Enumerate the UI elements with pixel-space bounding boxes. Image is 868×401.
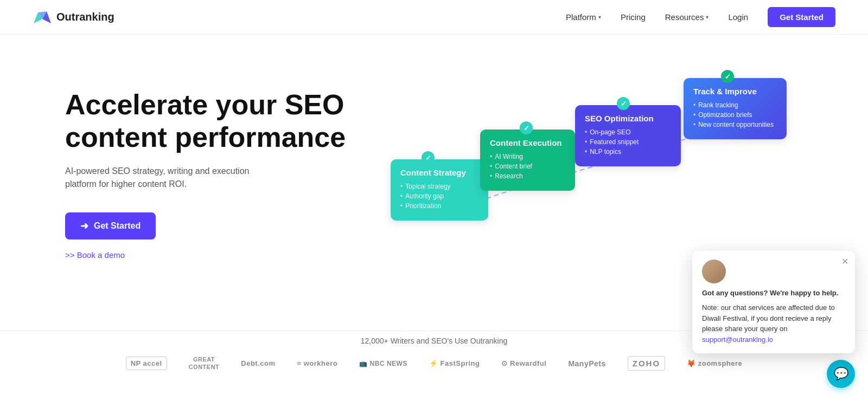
track-item-2: Optimization briefs [693, 111, 777, 119]
nav-login[interactable]: Login [728, 12, 748, 22]
execution-item-2: Content brief [490, 163, 565, 170]
card-track-title: Track & Improve [693, 87, 777, 96]
chat-icon: 💬 [834, 367, 848, 381]
check-2: ✓ [520, 121, 533, 134]
chat-note: Note: our chat services are affected due… [702, 302, 845, 345]
execution-item-3: Research [490, 172, 565, 180]
chat-close-button[interactable]: ✕ [841, 256, 848, 267]
chevron-down-icon: ▾ [706, 14, 709, 20]
chat-avatar [702, 260, 726, 283]
logo-rewardful: ⊙ Rewardful [501, 359, 546, 367]
arrow-icon: ➜ [80, 220, 88, 232]
card-strategy-title: Content Strategy [400, 168, 478, 177]
logo-workhero: ≡ workhero [297, 359, 338, 367]
card-content-strategy: Content Strategy Topical strategy Author… [391, 159, 488, 221]
nav-resources[interactable]: Resources ▾ [665, 12, 709, 22]
track-item-3: New content opportunities [693, 121, 777, 128]
card-content-execution: Content Execution AI Writing Content bri… [480, 130, 575, 191]
logo[interactable]: Outranking [33, 9, 114, 25]
hero-left: Accelerate your SEO content performance … [65, 78, 347, 260]
logo-np-accel: NP accel [126, 357, 167, 370]
strategy-item-2: Authority gap [400, 192, 478, 200]
logo-debt-com: Debt.com [241, 359, 275, 367]
card-seo-optimization: SEO Optimization On-page SEO Featured sn… [575, 105, 681, 166]
header: Outranking Platform ▾ Pricing Resources … [0, 0, 868, 35]
nav-platform[interactable]: Platform ▾ [566, 12, 601, 22]
card-track-items: Rank tracking Optimization briefs New co… [693, 101, 777, 128]
logo-nbc-news: 📺 NBC NEWS [359, 360, 407, 367]
chat-bubble: ✕ Got any questions? We're happy to help… [692, 251, 855, 354]
nav-get-started-button[interactable]: Get Started [768, 7, 835, 27]
chat-support-link[interactable]: support@outranking.io [702, 335, 773, 344]
optimization-item-1: On-page SEO [585, 128, 671, 136]
chat-greeting: Got any questions? We're happy to help. [702, 288, 845, 299]
logo-icon [33, 9, 52, 25]
optimization-item-2: Featured snippet [585, 138, 671, 146]
hero-get-started-button[interactable]: ➜ Get Started [65, 212, 156, 240]
strategy-item-1: Topical strategy [400, 183, 478, 190]
logo-manypets: ManyPets [568, 359, 605, 368]
card-optimization-items: On-page SEO Featured snippet NLP topics [585, 128, 671, 156]
card-optimization-title: SEO Optimization [585, 114, 671, 123]
card-execution-title: Content Execution [490, 138, 565, 147]
execution-item-1: AI Writing [490, 153, 565, 160]
main-nav: Platform ▾ Pricing Resources ▾ Login Get… [566, 7, 835, 27]
logo-zoho: ZOHO [628, 356, 665, 371]
check-1: ✓ [422, 151, 435, 164]
card-execution-items: AI Writing Content brief Research [490, 153, 565, 180]
hero-subtitle: AI-powered SEO strategy, writing and exe… [65, 165, 282, 191]
check-3: ✓ [617, 97, 630, 110]
chat-widget: ✕ Got any questions? We're happy to help… [692, 251, 855, 389]
strategy-item-3: Prioritization [400, 202, 478, 210]
track-item-1: Rank tracking [693, 101, 777, 109]
hero-title: Accelerate your SEO content performance [65, 89, 347, 154]
chevron-down-icon: ▾ [598, 14, 601, 20]
nav-pricing[interactable]: Pricing [621, 12, 646, 22]
logo-fastspring: ⚡ FastSpring [429, 359, 480, 367]
book-demo-link[interactable]: >> Book a demo [65, 250, 125, 260]
check-4: ✓ [721, 70, 734, 83]
logo-great-content: GREATCONTENT [189, 356, 220, 370]
chat-open-button[interactable]: 💬 [827, 360, 855, 388]
optimization-item-3: NLP topics [585, 148, 671, 156]
logo-text: Outranking [56, 11, 114, 23]
card-track-improve: Track & Improve Rank tracking Optimizati… [684, 78, 787, 139]
card-strategy-items: Topical strategy Authority gap Prioritiz… [400, 183, 478, 210]
